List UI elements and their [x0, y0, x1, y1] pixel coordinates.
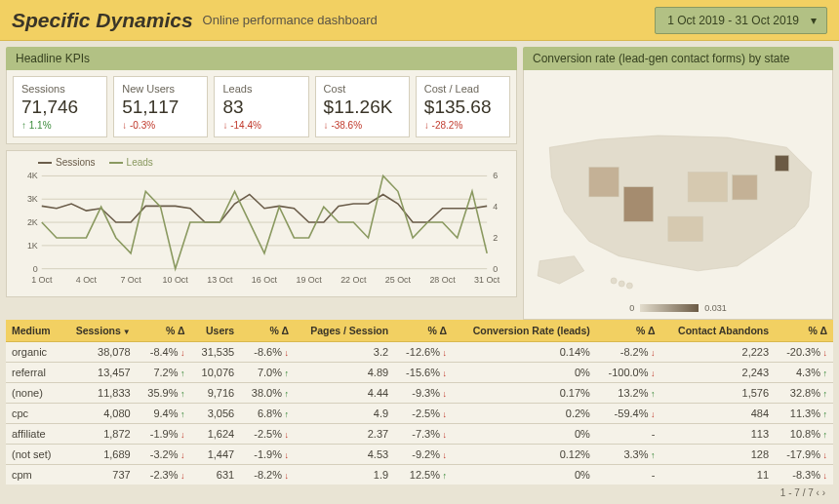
kpi-label: Leads: [222, 83, 300, 95]
cell: -100.0%: [596, 363, 661, 383]
table-row: (not set)1,689-3.2%1,447-1.9%4.53-9.2%0.…: [6, 445, 833, 465]
svg-text:2K: 2K: [27, 217, 38, 227]
kpi-delta: ↑ 1.1%: [21, 120, 99, 131]
table-body: organic38,078-8.4%31,535-8.6%3.2-12.6%0.…: [6, 342, 833, 485]
col-header[interactable]: % Δ: [240, 320, 295, 342]
cell: -8.6%: [240, 342, 295, 363]
svg-rect-29: [775, 155, 788, 171]
svg-text:19 Oct: 19 Oct: [296, 275, 322, 285]
svg-text:28 Oct: 28 Oct: [429, 275, 456, 285]
svg-text:22 Oct: 22 Oct: [340, 275, 367, 285]
svg-rect-26: [623, 187, 653, 221]
cell-medium: cpm: [6, 465, 62, 485]
svg-rect-28: [733, 175, 757, 200]
svg-text:31 Oct: 31 Oct: [474, 275, 500, 285]
cell: 9,716: [191, 383, 241, 404]
cell: -17.9%: [775, 445, 833, 465]
col-header[interactable]: % Δ: [775, 320, 833, 342]
cell-medium: (not set): [6, 445, 62, 465]
svg-text:6: 6: [493, 172, 498, 180]
cell-medium: (none): [6, 383, 62, 404]
cell: 1,447: [191, 445, 241, 465]
cell: 113: [660, 424, 775, 445]
cell: 13,457: [62, 363, 137, 383]
cell: -20.3%: [775, 342, 833, 363]
cell: 31,535: [191, 342, 241, 363]
cell: -15.6%: [394, 363, 453, 383]
kpi-value: 83: [222, 97, 300, 118]
cell: 1,872: [62, 424, 137, 445]
col-header[interactable]: % Δ: [137, 320, 191, 342]
col-header[interactable]: Medium: [6, 320, 62, 342]
kpi-panel-title: Headline KPIs: [6, 47, 517, 70]
kpi-card: Sessions 71,746 ↑ 1.1%: [13, 76, 107, 137]
cell: 38.0%: [240, 383, 295, 404]
cell: 10,076: [191, 363, 241, 383]
col-header[interactable]: Users: [191, 320, 241, 342]
cell: 0.12%: [453, 445, 596, 465]
timeseries-chart: Sessions Leads 0 1K 2K 3K 4K 0: [6, 150, 517, 297]
cell: -8.2%: [596, 342, 661, 363]
svg-text:1 Oct: 1 Oct: [31, 275, 53, 285]
col-header[interactable]: % Δ: [394, 320, 453, 342]
kpi-value: 71,746: [21, 97, 99, 118]
cell-medium: referral: [6, 363, 62, 383]
cell: 10.8%: [775, 424, 833, 445]
kpi-delta: ↓ -38.6%: [324, 120, 401, 131]
col-header[interactable]: Contact Abandons: [660, 320, 775, 342]
cell: -1.9%: [240, 445, 295, 465]
kpi-label: Cost: [324, 83, 401, 95]
cell: 1.9: [295, 465, 394, 485]
cell: 2,243: [660, 363, 775, 383]
cell: 11.3%: [775, 404, 833, 424]
svg-text:0: 0: [493, 264, 498, 274]
cell: 2,223: [660, 342, 775, 363]
table-row: affiliate1,872-1.9%1,624-2.5%2.37-7.3%0%…: [6, 424, 833, 445]
kpi-value: $11.26K: [324, 97, 401, 118]
svg-text:2: 2: [493, 233, 498, 243]
us-map-svg: [530, 114, 826, 299]
cell: 1,576: [660, 383, 775, 404]
cell: 38,078: [62, 342, 137, 363]
kpi-value: 51,117: [122, 97, 199, 118]
cell: 7.0%: [240, 363, 295, 383]
svg-text:4: 4: [493, 202, 498, 212]
svg-text:13 Oct: 13 Oct: [207, 275, 233, 285]
col-header[interactable]: Sessions▼: [62, 320, 137, 342]
cell: 2.37: [295, 424, 394, 445]
svg-text:3K: 3K: [27, 194, 38, 204]
pager-text: 1 - 7 / 7: [780, 487, 814, 498]
cell: 4.89: [295, 363, 394, 383]
cell: 7.2%: [137, 363, 191, 383]
table-row: cpm737-2.3%631-8.2%1.912.5%0%-11-8.3%: [6, 465, 833, 485]
table-pager[interactable]: 1 - 7 / 7 ‹ ›: [6, 485, 833, 498]
line-chart-svg: 0 1K 2K 3K 4K 0 2 4 6 1 Oct4 Oct7 Oct10 …: [15, 172, 508, 289]
date-range-label: 1 Oct 2019 - 31 Oct 2019: [667, 14, 799, 27]
cell: 3.2: [295, 342, 394, 363]
legend-leads: Leads: [109, 157, 153, 168]
svg-point-33: [626, 283, 632, 289]
cell: 0%: [453, 363, 596, 383]
cell: 9.4%: [137, 404, 191, 424]
cell: 4,080: [62, 404, 137, 424]
cell: 6.8%: [240, 404, 295, 424]
chevron-down-icon: ▾: [811, 14, 817, 27]
svg-text:16 Oct: 16 Oct: [252, 275, 278, 285]
cell: 0.14%: [453, 342, 596, 363]
cell: 1,624: [191, 424, 241, 445]
table-row: organic38,078-8.4%31,535-8.6%3.2-12.6%0.…: [6, 342, 833, 363]
chevron-right-icon[interactable]: ›: [822, 487, 825, 498]
cell: 4.3%: [775, 363, 833, 383]
cell: 11: [660, 465, 775, 485]
cell: 3,056: [191, 404, 241, 424]
col-header[interactable]: Pages / Session: [295, 320, 394, 342]
kpi-value: $135.68: [424, 97, 501, 118]
col-header[interactable]: % Δ: [596, 320, 661, 342]
date-range-picker[interactable]: 1 Oct 2019 - 31 Oct 2019 ▾: [655, 7, 827, 34]
cell: -9.3%: [394, 383, 453, 404]
cell: -12.6%: [394, 342, 453, 363]
kpi-card: Cost / Lead $135.68 ↓ -28.2%: [416, 76, 510, 137]
col-header[interactable]: Conversion Rate (leads): [453, 320, 596, 342]
map-scale: 0 0.031: [629, 303, 727, 313]
cell: -1.9%: [137, 424, 191, 445]
